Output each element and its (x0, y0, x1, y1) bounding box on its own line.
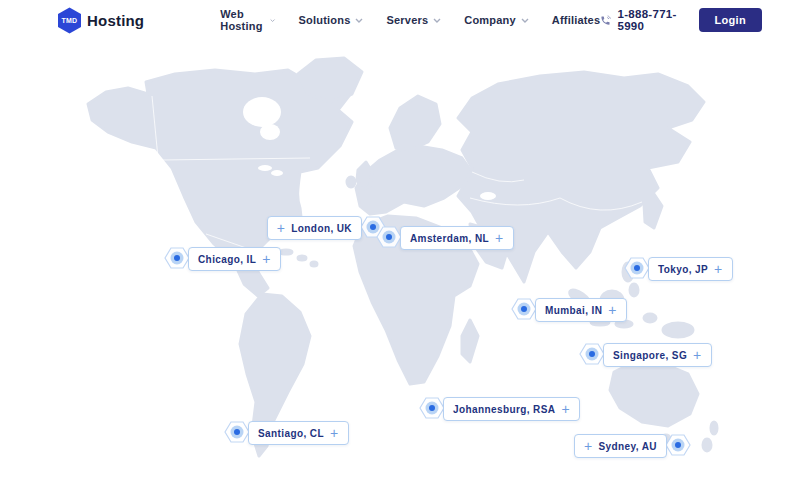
logo-brand-text: Hosting (87, 12, 144, 29)
hex-marker-icon[interactable] (164, 246, 190, 270)
world-map: Chicago, IL++London, UKAmsterdam, NL+Tok… (0, 40, 800, 480)
login-button[interactable]: Login (699, 8, 762, 32)
location-label[interactable]: +Sydney, AU (574, 434, 667, 458)
location-label-text: Amsterdam, NL (410, 233, 489, 244)
nav-item-solutions[interactable]: Solutions (299, 14, 364, 26)
location-label[interactable]: Mumbai, IN+ (535, 298, 627, 322)
header-right: 1-888-771-5990 Login (600, 8, 762, 32)
phone-number: 1-888-771-5990 (617, 8, 681, 32)
location-label[interactable]: Santiago, CL+ (248, 421, 349, 445)
location-label[interactable]: Amsterdam, NL+ (400, 226, 514, 250)
plus-icon: + (608, 303, 617, 317)
hex-marker-icon[interactable] (511, 297, 537, 321)
nav-label: Company (464, 14, 516, 26)
plus-icon: + (584, 439, 593, 453)
hex-marker-icon[interactable] (376, 225, 402, 249)
nav-item-web-hosting[interactable]: Web Hosting (220, 8, 275, 32)
nav-item-affiliates[interactable]: Affiliates (552, 14, 600, 26)
nav-label: Solutions (299, 14, 351, 26)
hex-marker-icon[interactable] (224, 420, 250, 444)
chevron-down-icon (433, 18, 441, 23)
hex-marker-icon[interactable] (419, 396, 445, 420)
hex-marker-icon[interactable] (665, 433, 691, 457)
plus-icon: + (495, 231, 504, 245)
nav-label: Web Hosting (220, 8, 265, 32)
header: TMD Hosting Web Hosting Solutions Server… (0, 0, 800, 40)
plus-icon: + (262, 252, 271, 266)
location-label[interactable]: Tokyo, JP+ (648, 257, 733, 281)
plus-icon: + (714, 262, 723, 276)
plus-icon: + (330, 426, 339, 440)
plus-icon: + (277, 221, 286, 235)
nav-label: Servers (386, 14, 428, 26)
chevron-down-icon (355, 18, 363, 23)
location-label[interactable]: Singapore, SG+ (603, 343, 712, 367)
chevron-down-icon (270, 18, 275, 23)
nav-label: Affiliates (552, 14, 600, 26)
main-nav: Web Hosting Solutions Servers Company Af… (220, 8, 600, 32)
location-label-text: Sydney, AU (599, 441, 657, 452)
hex-marker-icon[interactable] (579, 342, 605, 366)
location-label-text: London, UK (291, 223, 352, 234)
chevron-down-icon (521, 18, 529, 23)
plus-icon: + (561, 402, 570, 416)
logo[interactable]: TMD Hosting (57, 7, 144, 34)
location-label[interactable]: +London, UK (267, 216, 362, 240)
phone-icon (600, 13, 611, 28)
nav-item-servers[interactable]: Servers (386, 14, 441, 26)
logo-badge-text: TMD (57, 7, 82, 34)
tmd-logo-icon: TMD (57, 7, 82, 34)
location-label-text: Mumbai, IN (545, 305, 602, 316)
location-label-text: Santiago, CL (258, 428, 324, 439)
location-label[interactable]: Johannesburg, RSA+ (443, 397, 580, 421)
location-label[interactable]: Chicago, IL+ (188, 247, 281, 271)
location-label-text: Johannesburg, RSA (453, 404, 555, 415)
location-label-text: Chicago, IL (198, 254, 256, 265)
phone-link[interactable]: 1-888-771-5990 (600, 8, 681, 32)
location-label-text: Singapore, SG (613, 350, 687, 361)
plus-icon: + (693, 348, 702, 362)
location-label-text: Tokyo, JP (658, 264, 708, 275)
nav-item-company[interactable]: Company (464, 14, 529, 26)
hex-marker-icon[interactable] (624, 256, 650, 280)
